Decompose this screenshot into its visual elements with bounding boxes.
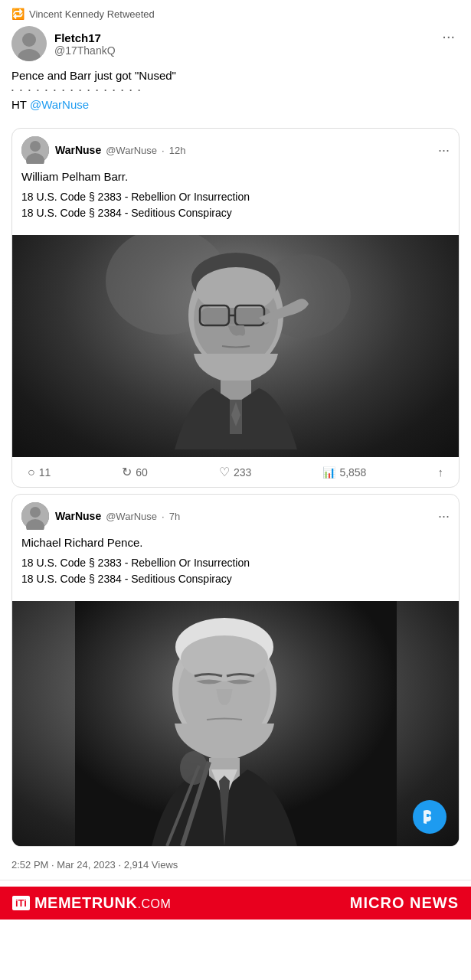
- retweet-by-text: Vincent Kennedy Retweeted: [29, 8, 155, 20]
- qt1-timestamp: 12h: [169, 145, 186, 156]
- qt1-retweet-count: 60: [136, 466, 148, 479]
- retweet-icon: 🔁: [11, 8, 25, 20]
- qt1-more-button[interactable]: ···: [438, 142, 450, 158]
- qt1-engagement-bar: 11 60 233 📊 5,858: [12, 457, 459, 487]
- qt2-time-dot: ·: [162, 511, 165, 522]
- op-tweet-dots: • • • • • • • • • • • • • • • •: [11, 87, 460, 93]
- qt1-avatar[interactable]: [21, 136, 49, 164]
- qt1-comment-button[interactable]: 11: [28, 466, 51, 479]
- op-display-name[interactable]: Fletch17: [54, 31, 116, 44]
- qt2-body: Michael Richard Pence. 18 U.S. Code § 23…: [12, 533, 459, 601]
- footer-divider: [0, 880, 471, 880]
- footer-brand-name: MEMETRUNK.com: [34, 894, 171, 912]
- qt1-name-row: WarNuse @WarNuse · 12h: [55, 144, 185, 156]
- ht-mention[interactable]: @WarNuse: [30, 98, 89, 111]
- timestamp-bar: 2:52 PM · Mar 24, 2023 · 2,914 Views: [0, 853, 471, 877]
- qt1-time: ·: [162, 145, 165, 156]
- qt2-display-name[interactable]: WarNuse: [55, 510, 101, 522]
- heart-icon: [219, 465, 230, 479]
- qt1-header: WarNuse @WarNuse · 12h ···: [12, 129, 459, 167]
- beta-icon: [420, 808, 439, 826]
- footer-brand-tld: .com: [137, 897, 171, 910]
- qt2-header: WarNuse @WarNuse · 7h ···: [12, 495, 459, 533]
- comment-icon: [28, 466, 35, 479]
- barr-silhouette: [75, 235, 397, 457]
- op-tweet-line1: Pence and Barr just got "Nused": [11, 67, 460, 83]
- qt2-law2: 18 U.S. Code § 2384 - Seditious Conspira…: [21, 573, 232, 585]
- qt2-timestamp: 7h: [169, 511, 180, 522]
- share-icon: [437, 466, 443, 479]
- quoted-tweet-barr: WarNuse @WarNuse · 12h ··· William Pelha…: [11, 128, 460, 488]
- qt2-law-text: 18 U.S. Code § 2383 - Rebellion Or Insur…: [21, 555, 450, 587]
- barr-photo: [12, 235, 459, 457]
- qt1-law2: 18 U.S. Code § 2384 - Seditious Conspira…: [21, 207, 232, 219]
- qt2-more-button[interactable]: ···: [438, 508, 450, 524]
- qt1-avatar-img: [21, 136, 49, 164]
- op-identity: Fletch17 @17ThankQ: [11, 26, 116, 61]
- qt1-retweet-button[interactable]: 60: [122, 465, 148, 479]
- qt2-image: [12, 601, 459, 846]
- qt2-handle[interactable]: @WarNuse: [106, 511, 157, 522]
- qt1-law1: 18 U.S. Code § 2383 - Rebellion Or Insur…: [21, 191, 250, 203]
- qt1-law-text: 18 U.S. Code § 2383 - Rebellion Or Insur…: [21, 189, 450, 221]
- op-avatar[interactable]: [11, 26, 47, 61]
- qt1-display-name[interactable]: WarNuse: [55, 144, 101, 156]
- qt1-identity: WarNuse @WarNuse · 12h: [21, 136, 185, 164]
- svg-point-4: [30, 141, 41, 152]
- op-name-block: Fletch17 @17ThankQ: [54, 31, 116, 57]
- pence-silhouette: [75, 601, 397, 846]
- views-chart-icon: 📊: [322, 466, 335, 479]
- qt1-views-button[interactable]: 📊 5,858: [322, 466, 366, 479]
- footer-bar: iTi MEMETRUNK.com MICRO NEWS: [0, 887, 471, 920]
- svg-point-20: [30, 507, 41, 518]
- qt1-image: [12, 235, 459, 457]
- tweet-page: 🔁 Vincent Kennedy Retweeted Fletch17 @17…: [0, 0, 471, 920]
- qt1-share-button[interactable]: [437, 466, 443, 479]
- tweet-timestamp: 2:52 PM · Mar 24, 2023 · 2,914 Views: [11, 859, 178, 871]
- qt2-law1: 18 U.S. Code § 2383 - Rebellion Or Insur…: [21, 557, 250, 569]
- qt2-person-name: Michael Richard Pence.: [21, 536, 450, 549]
- qt1-views-count: 5,858: [339, 466, 366, 479]
- footer-brand-text: MEMETRUNK: [34, 894, 138, 911]
- qt1-like-button[interactable]: 233: [219, 465, 251, 479]
- more-options-button[interactable]: ···: [437, 26, 460, 47]
- qt2-name-row: WarNuse @WarNuse · 7h: [55, 510, 180, 522]
- qt2-avatar[interactable]: [21, 502, 49, 530]
- ht-prefix: HT: [11, 98, 30, 111]
- svg-point-1: [22, 33, 36, 47]
- qt2-identity: WarNuse @WarNuse · 7h: [21, 502, 180, 530]
- pence-photo: [12, 601, 459, 846]
- op-tweet-ht: HT @WarNuse: [11, 96, 460, 113]
- qt1-body: William Pelham Barr. 18 U.S. Code § 2383…: [12, 167, 459, 235]
- svg-point-27: [181, 635, 268, 681]
- qt1-comment-count: 11: [39, 466, 51, 479]
- op-header: Fletch17 @17ThankQ ···: [0, 23, 471, 67]
- footer-logo-icon: iTi: [12, 896, 30, 910]
- svg-point-31: [180, 751, 208, 785]
- quoted-tweet-pence: WarNuse @WarNuse · 7h ··· Michael Richar…: [11, 494, 460, 847]
- op-tweet-content: Pence and Barr just got "Nused" • • • • …: [0, 67, 471, 122]
- retweet-bar: 🔁 Vincent Kennedy Retweeted: [0, 0, 471, 23]
- footer-tagline: MICRO NEWS: [350, 894, 459, 912]
- retweet-sm-icon: [122, 465, 132, 479]
- footer-brand-left: iTi MEMETRUNK.com: [12, 894, 171, 912]
- qt1-like-count: 233: [234, 466, 251, 479]
- qt2-avatar-img: [21, 502, 49, 530]
- op-handle[interactable]: @17ThankQ: [54, 44, 116, 57]
- pence-badge: [413, 800, 446, 834]
- op-avatar-img: [11, 26, 47, 61]
- qt1-handle[interactable]: @WarNuse: [106, 145, 157, 156]
- qt1-person-name: William Pelham Barr.: [21, 170, 450, 183]
